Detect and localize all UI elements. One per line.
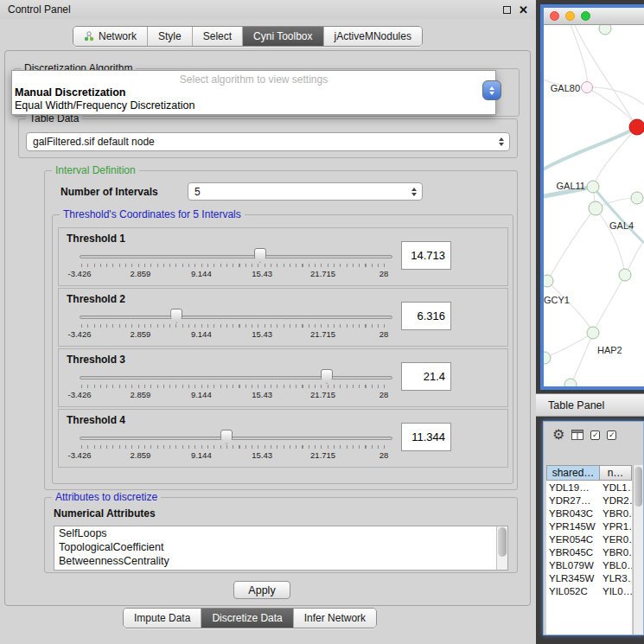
network-node[interactable] xyxy=(587,181,599,193)
network-node[interactable] xyxy=(587,327,599,339)
table-data-combo[interactable]: galFiltered.sif default node xyxy=(26,132,510,151)
slider-ticks xyxy=(81,445,386,449)
table-row[interactable]: YER054C YER0… xyxy=(546,532,632,545)
cell: YBL0… xyxy=(600,560,632,571)
threshold-3-value-input[interactable]: 21.4 xyxy=(401,362,451,391)
tab-select[interactable]: Select xyxy=(192,27,242,46)
number-of-intervals-combo[interactable]: 5 xyxy=(188,182,423,201)
threshold-1-value-input[interactable]: 14.713 xyxy=(401,241,451,270)
table-row[interactable]: YIL052C YIL0… xyxy=(546,584,632,597)
slider-tick-labels: -3.426 2.859 9.144 15.43 21.715 28 xyxy=(80,269,384,279)
numerical-attributes-label: Numerical Attributes xyxy=(54,507,156,520)
tab-cyni-toolbox[interactable]: Cyni Toolbox xyxy=(242,27,322,46)
table-row[interactable]: YPR145W YPR1… xyxy=(546,520,632,532)
tab-infer-network-label: Infer Network xyxy=(304,612,366,624)
table-row[interactable]: YDR27… YDR2… xyxy=(546,494,632,507)
threshold-2-value-input[interactable]: 6.316 xyxy=(401,302,451,330)
minimize-button[interactable] xyxy=(565,11,575,21)
table-data-combo-value: galFiltered.sif default node xyxy=(33,136,155,148)
table-row[interactable]: YBR043C YBR0… xyxy=(546,507,632,520)
threshold-1-slider[interactable]: -3.426 2.859 9.144 15.43 21.715 28 xyxy=(80,247,392,285)
down-arrow-icon xyxy=(489,92,494,95)
threshold-2-label: Threshold 2 xyxy=(67,293,125,305)
list-item[interactable]: BetweennessCentrality xyxy=(54,554,507,568)
interval-definition-title: Interval Definition xyxy=(52,164,139,176)
close-icon[interactable]: ✕ xyxy=(519,6,528,14)
algorithm-dropdown-list: Select algorithm to view settings Manual… xyxy=(11,70,496,115)
network-edge xyxy=(587,87,637,127)
slider-track[interactable] xyxy=(80,316,392,319)
list-scrollbar[interactable] xyxy=(496,526,507,570)
tick-label: 21.715 xyxy=(310,329,335,339)
tab-discretize-data[interactable]: Discretize Data xyxy=(201,609,292,628)
network-edge xyxy=(547,208,596,281)
scrollbar-thumb[interactable] xyxy=(634,467,642,507)
tab-discretize-data-label: Discretize Data xyxy=(212,612,282,624)
threshold-3-slider[interactable]: -3.426 2.859 9.144 15.43 21.715 28 xyxy=(80,368,392,406)
list-item[interactable]: TopologicalCoefficient xyxy=(54,540,507,554)
cell: YIL052C xyxy=(546,586,600,596)
float-window-icon[interactable] xyxy=(503,6,511,14)
network-node[interactable] xyxy=(631,192,643,204)
network-node[interactable] xyxy=(589,201,603,215)
network-node[interactable] xyxy=(599,25,611,35)
column-header-name[interactable]: n… xyxy=(600,465,632,481)
threshold-4-slider[interactable]: -3.426 2.859 9.144 15.43 21.715 28 xyxy=(80,429,392,467)
column-header-shared-name[interactable]: shared… xyxy=(546,465,600,481)
network-node[interactable] xyxy=(544,275,553,287)
select-all-checkbox-icon[interactable]: ✓ xyxy=(590,430,600,440)
tab-style[interactable]: Style xyxy=(147,27,192,46)
threshold-4-value-input[interactable]: 11.344 xyxy=(401,423,451,451)
network-node[interactable] xyxy=(544,352,551,364)
slider-thumb[interactable] xyxy=(220,430,233,444)
zoom-button[interactable] xyxy=(581,11,590,21)
threshold-3-label: Threshold 3 xyxy=(67,354,125,366)
dropdown-option-equal-width-frequency[interactable]: Equal Width/Frequency Discretization xyxy=(12,99,495,112)
cell: YLR345W xyxy=(546,573,600,583)
table-scrollbar[interactable] xyxy=(633,465,643,634)
network-edge xyxy=(570,25,587,87)
slider-tick-labels: -3.426 2.859 9.144 15.43 21.715 28 xyxy=(80,450,384,461)
gear-icon[interactable]: ⚙ xyxy=(552,428,564,442)
slider-thumb[interactable] xyxy=(254,248,266,263)
network-edge xyxy=(593,275,625,333)
list-item[interactable]: SelfLoops xyxy=(54,526,507,540)
tab-network[interactable]: Network xyxy=(73,27,147,46)
tab-impute-data[interactable]: Impute Data xyxy=(124,609,201,628)
number-of-intervals-label: Number of Intervals xyxy=(61,186,158,198)
table-row[interactable]: YBL079W YBL0… xyxy=(546,558,632,571)
tick-label: 15.43 xyxy=(252,390,272,399)
cell: YLR3… xyxy=(600,573,632,583)
columns-icon[interactable] xyxy=(571,430,583,440)
slider-track[interactable] xyxy=(80,437,392,440)
tab-jactivemnodules[interactable]: jActiveMNodules xyxy=(323,27,422,46)
network-node-selected[interactable] xyxy=(629,119,644,135)
dropdown-option-manual-discretization[interactable]: Manual Discretization xyxy=(12,86,495,99)
tick-label: 28 xyxy=(379,390,389,399)
table-row[interactable]: YDL19… YDL1… xyxy=(546,481,632,494)
network-node[interactable] xyxy=(582,82,593,93)
slider-thumb[interactable] xyxy=(170,309,182,323)
slider-thumb[interactable] xyxy=(321,369,333,384)
cell: YDL19… xyxy=(546,482,600,493)
table-row[interactable]: YBR045C YBR0… xyxy=(546,545,632,558)
network-canvas[interactable]: GAL80 GAL11 GAL4 GCY1 HAP2 xyxy=(544,25,644,390)
tick-label: 9.144 xyxy=(191,269,212,278)
slider-track[interactable] xyxy=(80,376,392,379)
scrollbar-thumb[interactable] xyxy=(498,527,507,557)
tick-label: 9.144 xyxy=(191,329,212,339)
algorithm-combo-stepper[interactable] xyxy=(482,80,501,100)
network-edge xyxy=(547,281,593,333)
tab-infer-network[interactable]: Infer Network xyxy=(293,609,376,628)
table-row[interactable]: YLR345W YLR3… xyxy=(546,571,632,584)
tick-label: 15.43 xyxy=(252,450,272,460)
window-title: Control Panel xyxy=(8,3,71,16)
apply-button[interactable]: Apply xyxy=(233,581,290,599)
tab-style-label: Style xyxy=(158,30,182,42)
close-button[interactable] xyxy=(550,11,559,21)
network-node[interactable] xyxy=(619,269,631,281)
network-node[interactable] xyxy=(564,379,577,390)
deselect-all-checkbox-icon[interactable]: ✓ xyxy=(607,430,616,440)
slider-track[interactable] xyxy=(80,255,392,258)
threshold-2-slider[interactable]: -3.426 2.859 9.144 15.43 21.715 28 xyxy=(80,308,392,346)
